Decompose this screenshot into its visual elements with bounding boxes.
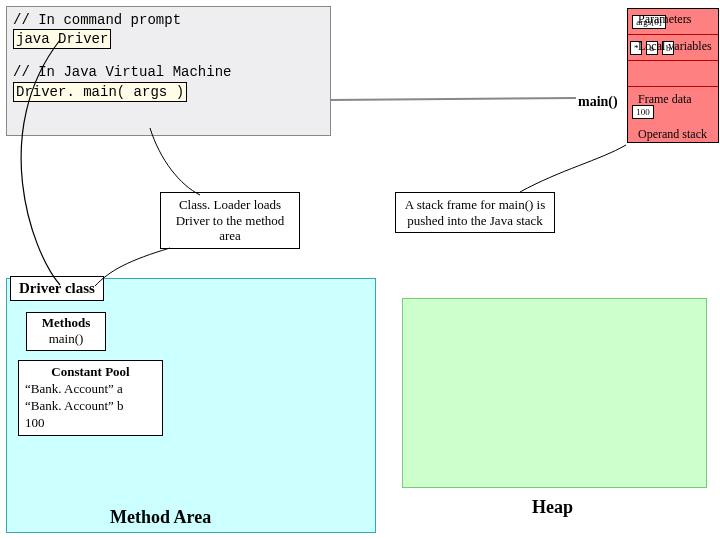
callout-stackframe: A stack frame for main() is pushed into …	[395, 192, 555, 233]
const-title: Constant Pool	[25, 364, 156, 381]
const-100: 100	[25, 415, 156, 432]
const-a: “Bank. Account” a	[25, 381, 156, 398]
main-call-label: main()	[578, 94, 618, 110]
callout-classloader: Class. Loader loads Driver to the method…	[160, 192, 300, 249]
heap-label: Heap	[532, 497, 573, 518]
constant-pool-box: Constant Pool “Bank. Account” a “Bank. A…	[18, 360, 163, 436]
java-stack-frame: args[0] . . * a b 100	[627, 8, 719, 143]
stack-row-framedata	[628, 61, 718, 87]
code-line-1: java Driver	[13, 29, 111, 49]
heap-region	[402, 298, 707, 488]
methods-title: Methods	[29, 315, 103, 331]
methods-item: main()	[29, 331, 103, 347]
label-frame-data: Frame data	[638, 92, 718, 107]
code-line-2: Driver. main( args )	[13, 82, 187, 102]
label-operand-stack: Operand stack	[638, 127, 718, 142]
code-comment-2: // In Java Virtual Machine	[13, 63, 324, 81]
method-area-label: Method Area	[110, 507, 211, 528]
methods-box: Methods main()	[26, 312, 106, 351]
const-b: “Bank. Account” b	[25, 398, 156, 415]
code-comment-1: // In command prompt	[13, 11, 324, 29]
code-block: // In command prompt java Driver // In J…	[6, 6, 331, 136]
driver-class-box: Driver class	[10, 276, 104, 301]
cell-100: 100	[632, 105, 654, 119]
label-local-variables: Local variables	[638, 39, 718, 54]
label-parameters: Parameters	[638, 12, 718, 27]
